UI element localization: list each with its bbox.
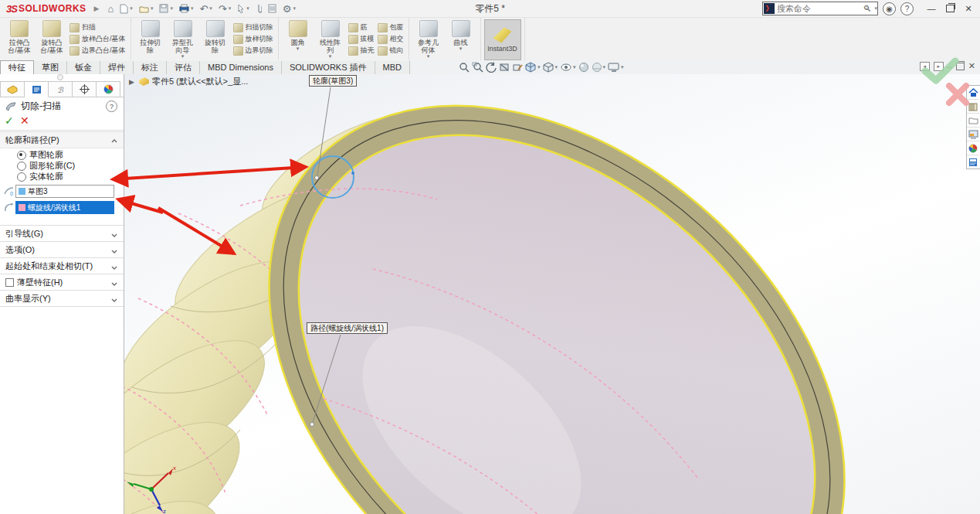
extruded-boss-button[interactable]: 拉伸凸 台/基体 bbox=[3, 20, 36, 54]
radio-sketch-profile[interactable]: 草图轮廓 bbox=[17, 150, 63, 160]
swept-cut-button[interactable]: 扫描切除 bbox=[233, 22, 273, 33]
tab-solidworks-addins[interactable]: SOLIDWORKS 插件 bbox=[282, 61, 375, 74]
tab-mbd[interactable]: MBD bbox=[375, 61, 410, 74]
close-button[interactable]: ✕ bbox=[960, 2, 977, 15]
doc-close-icon[interactable]: ✕ bbox=[968, 61, 975, 71]
tab-evaluate[interactable]: 评估 bbox=[167, 61, 200, 74]
tab-features[interactable]: 特征 bbox=[0, 60, 34, 74]
pm-cancel-button[interactable]: ✕ bbox=[20, 114, 29, 127]
wrap-button[interactable]: 包覆 bbox=[378, 22, 404, 33]
feature-tree-flyout[interactable]: ▶ 零件5 (默认<<默认>_显... bbox=[129, 76, 248, 87]
tab-mbd-dimensions[interactable]: MBD Dimensions bbox=[200, 61, 282, 74]
attach-icon[interactable] bbox=[253, 2, 264, 15]
boundary-cut-button[interactable]: 边界切除 bbox=[233, 45, 273, 56]
options-group[interactable]: 选项(O) bbox=[0, 241, 124, 258]
section-view-icon[interactable] bbox=[499, 62, 510, 73]
file-explorer-icon[interactable] bbox=[967, 114, 979, 128]
start-end-tangency-group[interactable]: 起始处和结束处相切(T) bbox=[0, 257, 124, 274]
thin-feature-checkbox[interactable] bbox=[5, 278, 14, 287]
search-commands-box[interactable]: 》 搜索命令 🔍︎ ▾ bbox=[762, 2, 878, 15]
zoom-fit-icon[interactable] bbox=[459, 62, 470, 73]
mirror-button[interactable]: 镜向 bbox=[378, 45, 404, 56]
options-gear-icon[interactable]: ⚙▾ bbox=[280, 2, 298, 15]
appearances-icon[interactable] bbox=[967, 141, 979, 155]
zoom-area-icon[interactable] bbox=[472, 62, 483, 73]
tab-sketch[interactable]: 草图 bbox=[34, 61, 67, 74]
tab-sheet-metal[interactable]: 钣金 bbox=[67, 61, 100, 74]
feature-tree-tab[interactable] bbox=[0, 81, 25, 97]
radio-circular-profile[interactable]: 圆形轮廓(C) bbox=[17, 161, 75, 171]
split-pane-left-icon[interactable]: ◂ bbox=[920, 62, 930, 71]
brand-expand-arrow-icon[interactable]: ▶ bbox=[94, 5, 100, 12]
thin-feature-group[interactable]: 薄壁特征(H) bbox=[0, 274, 124, 291]
shell-button[interactable]: 抽壳 bbox=[348, 45, 375, 56]
revolved-boss-button[interactable]: 旋转凸 台/基体 bbox=[36, 20, 68, 54]
solidworks-resources-icon[interactable] bbox=[967, 86, 979, 100]
graphics-area[interactable]: x z ▶ 零件5 (默认<<默认>_显... 轮廓(草图3) 路径(螺旋线/涡… bbox=[124, 74, 980, 514]
panel-resize-handle[interactable] bbox=[57, 74, 63, 80]
view-orientation-icon[interactable]: ▾ bbox=[525, 62, 541, 73]
revolved-cut-button[interactable]: 旋转切 除 bbox=[199, 20, 232, 54]
search-magnifier-icon[interactable]: 🔍︎ bbox=[863, 4, 871, 13]
minimize-button[interactable]: — bbox=[923, 2, 940, 15]
dynamic-annotation-icon[interactable] bbox=[512, 62, 523, 73]
undo-icon[interactable]: ↶▾ bbox=[197, 2, 214, 15]
configuration-manager-tab[interactable]: ℬ bbox=[49, 81, 73, 97]
search-caret-icon[interactable]: ▾ bbox=[874, 5, 877, 12]
account-icon[interactable]: ◉ bbox=[883, 2, 896, 15]
lofted-cut-button[interactable]: 放样切除 bbox=[233, 33, 273, 45]
home-icon[interactable]: ⌂ bbox=[106, 2, 117, 15]
reference-geometry-button[interactable]: 参考几 何体▾ bbox=[412, 20, 445, 59]
draft-button[interactable]: 拔模 bbox=[348, 33, 375, 45]
select-icon[interactable]: ▾ bbox=[235, 2, 252, 15]
3d-model[interactable]: x z bbox=[124, 74, 980, 514]
feature-statistics-icon[interactable] bbox=[266, 2, 279, 15]
fillet-button[interactable]: 圆角▾ bbox=[282, 20, 314, 51]
path-field[interactable]: 螺旋线/涡状线1 bbox=[15, 201, 114, 214]
dimxpert-manager-tab[interactable] bbox=[73, 81, 97, 97]
view-palette-icon[interactable] bbox=[967, 128, 979, 141]
linear-pattern-button[interactable]: 线性阵 列▾ bbox=[314, 20, 347, 59]
tree-expand-icon[interactable]: ▶ bbox=[129, 78, 134, 86]
profile-path-group-header[interactable]: 轮廓和路径(P) bbox=[0, 131, 124, 148]
path-callout[interactable]: 路径(螺旋线/涡状线1) bbox=[307, 322, 388, 334]
redo-icon[interactable]: ↷▾ bbox=[216, 2, 233, 15]
swept-boss-button[interactable]: 扫描 bbox=[70, 22, 126, 33]
curves-button[interactable]: 曲线▾ bbox=[445, 20, 477, 51]
radio-solid-profile[interactable]: 实体轮廓 bbox=[17, 172, 63, 182]
intersect-button[interactable]: 相交 bbox=[378, 33, 404, 45]
custom-properties-icon[interactable] bbox=[967, 155, 979, 168]
tab-weldments[interactable]: 焊件 bbox=[100, 61, 134, 74]
property-manager-tab[interactable] bbox=[25, 81, 49, 97]
open-icon[interactable]: ▾ bbox=[137, 2, 156, 15]
edit-appearance-icon[interactable] bbox=[578, 62, 589, 73]
save-icon[interactable]: ▾ bbox=[157, 2, 175, 15]
design-library-icon[interactable] bbox=[967, 100, 979, 114]
pm-help-icon[interactable]: ? bbox=[106, 100, 117, 112]
boundary-boss-button[interactable]: 边界凸台/基体 bbox=[70, 45, 126, 56]
profile-field[interactable]: 草图3 bbox=[15, 185, 114, 198]
view-settings-icon[interactable]: ▾ bbox=[608, 62, 624, 73]
rib-button[interactable]: 筋 bbox=[348, 22, 375, 33]
guide-curves-group[interactable]: 引导线(G) bbox=[0, 225, 124, 242]
apply-scene-icon[interactable]: ▾ bbox=[592, 62, 606, 73]
pm-ok-button[interactable]: ✓ bbox=[5, 114, 14, 127]
maximize-button[interactable] bbox=[941, 2, 958, 15]
display-manager-tab[interactable] bbox=[97, 81, 120, 97]
hole-wizard-button[interactable]: 异型孔 向导▾ bbox=[167, 20, 199, 59]
doc-minimize-icon[interactable]: – bbox=[948, 62, 952, 71]
display-style-icon[interactable]: ▾ bbox=[543, 62, 558, 73]
extruded-cut-button[interactable]: 拉伸切 除 bbox=[134, 20, 167, 54]
instant3d-toggle[interactable]: Instant3D bbox=[484, 19, 521, 60]
doc-restore-icon[interactable] bbox=[956, 63, 965, 70]
help-icon[interactable]: ? bbox=[900, 2, 914, 15]
curvature-display-group[interactable]: 曲率显示(Y) bbox=[0, 290, 124, 307]
new-document-icon[interactable]: ▾ bbox=[117, 2, 135, 15]
profile-callout[interactable]: 轮廓(草图3) bbox=[309, 75, 357, 87]
hide-show-items-icon[interactable]: ▾ bbox=[560, 62, 576, 73]
tab-annotation[interactable]: 标注 bbox=[134, 61, 167, 74]
lofted-boss-button[interactable]: 放样凸台/基体 bbox=[70, 33, 126, 45]
swept-cut-face-ring[interactable] bbox=[161, 74, 953, 514]
split-pane-right-icon[interactable]: ▸ bbox=[934, 62, 944, 71]
previous-view-icon[interactable] bbox=[486, 62, 497, 73]
